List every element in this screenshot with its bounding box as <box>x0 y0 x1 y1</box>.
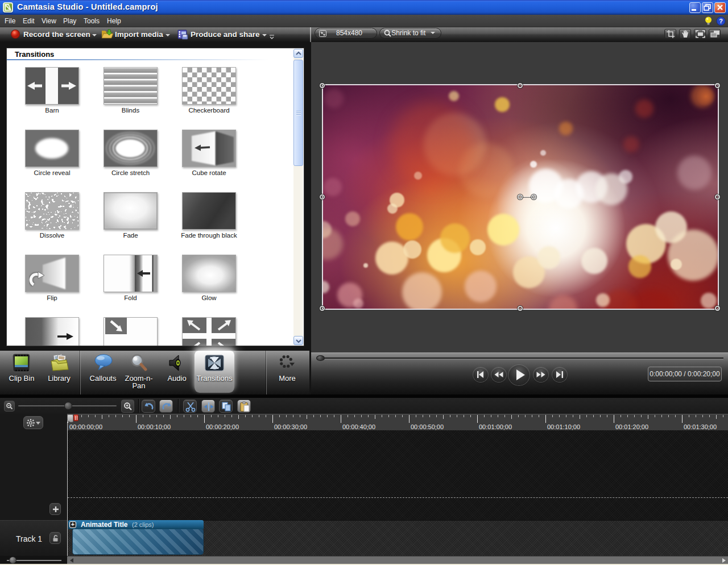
timeline-zoom-in-button[interactable] <box>121 400 134 413</box>
playback-bar: 0:00:00;00 / 0:00:20;00 <box>311 352 728 394</box>
resize-handle-s[interactable] <box>518 306 523 311</box>
scroll-left-icon[interactable] <box>70 558 73 563</box>
timeline-zoom-out-button[interactable] <box>4 401 15 412</box>
skip-to-end-button[interactable] <box>552 367 567 382</box>
menu-file[interactable]: File <box>0 15 20 27</box>
minimize-button[interactable] <box>689 2 701 13</box>
tab-library[interactable]: Library <box>42 351 76 394</box>
resize-handle-se[interactable] <box>715 306 720 311</box>
track-lock-button[interactable] <box>49 532 61 544</box>
timeline-ruler[interactable]: 00:00:00;0000:00:10;0000:00:20;0000:00:3… <box>67 414 728 430</box>
scroll-down-button[interactable] <box>293 336 303 345</box>
lightbulb-icon[interactable] <box>704 16 713 26</box>
transition-corner-arrows[interactable] <box>182 317 236 346</box>
detach-button[interactable] <box>709 29 721 39</box>
help-icon[interactable]: ? <box>716 16 726 26</box>
seek-thumb[interactable] <box>316 355 325 361</box>
transition-flip[interactable] <box>25 255 79 292</box>
fast-forward-button[interactable] <box>533 367 548 382</box>
timeline-options-button[interactable] <box>23 416 43 429</box>
record-dropdown-icon[interactable] <box>92 34 97 36</box>
clip-body[interactable] <box>72 529 204 555</box>
split-button[interactable] <box>201 400 215 413</box>
tab-callouts[interactable]: Callouts <box>84 351 122 394</box>
menu-edit[interactable]: Edit <box>18 15 39 27</box>
transitions-icon <box>204 353 225 373</box>
playhead-out-marker[interactable] <box>73 414 78 421</box>
crop-button[interactable] <box>664 29 676 39</box>
menu-play[interactable]: Play <box>59 15 81 27</box>
tab-transitions[interactable]: Transitions <box>196 351 233 394</box>
redo-button[interactable] <box>159 400 173 413</box>
import-dropdown-icon[interactable] <box>166 34 170 36</box>
transition-blinds[interactable] <box>104 67 158 105</box>
seek-bar[interactable] <box>325 358 723 359</box>
close-button[interactable] <box>714 2 726 13</box>
tab-label: Transitions <box>196 375 233 382</box>
bokeh-light <box>402 272 442 309</box>
app-icon <box>3 2 13 13</box>
bokeh-light <box>596 293 610 307</box>
tab-more[interactable]: More <box>270 351 304 394</box>
resize-handle-nw[interactable] <box>320 83 325 88</box>
transition-fade-through-black[interactable] <box>182 192 236 230</box>
clip-group-header[interactable]: + Animated Title (2 clips) <box>68 520 204 529</box>
menu-tools[interactable]: Tools <box>79 15 104 27</box>
timeline-horizontal-scrollbar[interactable] <box>67 556 728 564</box>
ruler-label: 00:00:30;00 <box>274 423 307 430</box>
menu-view[interactable]: View <box>37 15 61 27</box>
transition-fold[interactable] <box>104 255 158 292</box>
tab-label: Zoom-n-Pan <box>121 375 156 389</box>
transition-circle-reveal[interactable] <box>25 130 79 167</box>
transition-checkerboard[interactable] <box>182 67 236 105</box>
fit-to-window-button[interactable] <box>694 29 706 39</box>
scroll-right-icon[interactable] <box>722 558 726 563</box>
rotation-handle[interactable] <box>531 194 536 200</box>
clip-expand-button[interactable]: + <box>69 521 76 528</box>
cut-button[interactable] <box>183 400 197 413</box>
skip-to-start-button[interactable] <box>473 367 488 382</box>
transition-label: Fade through black <box>169 232 249 239</box>
tab-audio[interactable]: Audio <box>161 351 193 394</box>
transition-iris[interactable] <box>104 317 158 346</box>
transition-fade[interactable] <box>104 192 158 230</box>
transition-glow[interactable] <box>182 255 236 292</box>
toolbar-overflow-icon[interactable] <box>269 32 275 42</box>
transition-cube-rotate[interactable] <box>182 130 236 167</box>
transition-circle-stretch[interactable] <box>104 130 158 167</box>
rewind-button[interactable] <box>491 367 506 382</box>
timeline-zoom-slider-thumb[interactable] <box>64 402 72 410</box>
resize-handle-e[interactable] <box>715 194 720 200</box>
ruler-label: 00:00:20;00 <box>206 423 239 430</box>
add-track-button[interactable] <box>49 503 61 515</box>
undo-button[interactable] <box>142 400 155 413</box>
play-button[interactable] <box>508 364 530 385</box>
resize-handle-w[interactable] <box>320 194 325 200</box>
maximize-button[interactable] <box>702 2 713 13</box>
bokeh-light <box>470 239 486 255</box>
canvas-dimensions-button[interactable]: 854x480 <box>315 28 377 39</box>
produce-dropdown-icon[interactable] <box>262 34 267 36</box>
pan-button[interactable] <box>679 29 691 39</box>
panel-scrollbar[interactable] <box>293 49 303 345</box>
tab-clip-bin[interactable]: Clip Bin <box>3 351 40 394</box>
scroll-up-button[interactable] <box>293 49 303 58</box>
transition-gradient-wipe[interactable] <box>25 317 79 346</box>
record-screen-button[interactable]: Record the screen <box>23 27 90 42</box>
paste-button[interactable] <box>237 400 251 413</box>
tab-zoom-n-pan[interactable]: Zoom-n-Pan <box>121 351 156 394</box>
transition-dissolve[interactable] <box>25 192 79 230</box>
resize-handle-ne[interactable] <box>715 83 720 88</box>
transition-label: Flip <box>13 294 92 301</box>
mini-zoom-thumb[interactable] <box>9 556 16 564</box>
scrollbar-thumb[interactable] <box>293 60 303 166</box>
produce-share-button[interactable]: Produce and share <box>191 27 260 42</box>
resize-handle-n[interactable] <box>518 83 523 88</box>
zoom-mode-dropdown[interactable]: Shrink to fit <box>379 28 441 39</box>
center-pivot[interactable] <box>518 194 523 200</box>
resize-handle-sw[interactable] <box>320 306 325 311</box>
transition-barn[interactable] <box>25 67 79 105</box>
menu-help[interactable]: Help <box>102 15 126 27</box>
copy-button[interactable] <box>219 400 233 413</box>
import-media-button[interactable]: Import media <box>115 27 163 42</box>
